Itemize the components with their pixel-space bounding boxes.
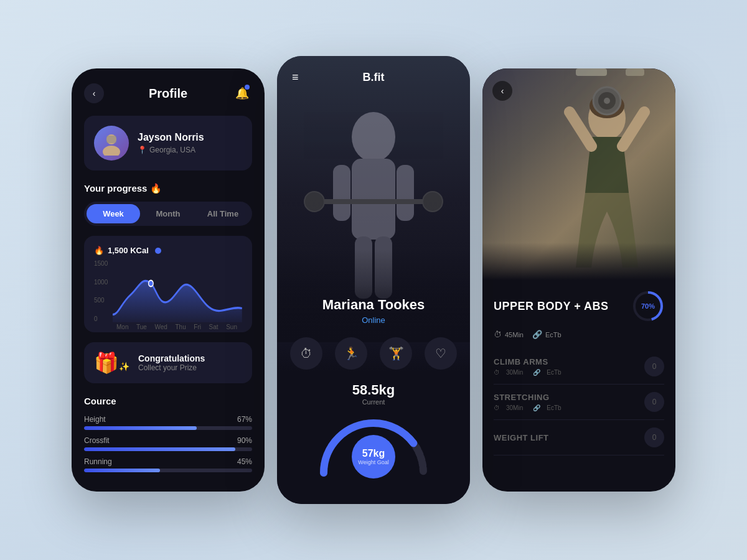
svg-point-19: [604, 98, 610, 104]
svg-rect-20: [576, 68, 607, 76]
profile-card: Jayson Norris 📍 Georgia, USA: [84, 116, 252, 170]
timer-meta-icon: ⏱: [494, 330, 502, 339]
svg-point-12: [423, 192, 443, 212]
weight-lift-count: 0: [644, 427, 664, 447]
svg-rect-2: [106, 136, 116, 143]
run-icon-btn[interactable]: 🏃: [335, 337, 367, 370]
progress-section: Your progress 🔥 Week Month All Time 🔥 1,…: [84, 183, 252, 332]
svg-point-1: [103, 146, 120, 156]
app-title: B.fit: [363, 71, 385, 84]
course-running: Running 45%: [84, 457, 252, 472]
gift-icon: 🎁✨: [94, 351, 129, 375]
svg-rect-21: [626, 68, 644, 76]
course-title: Cource: [84, 396, 252, 406]
notification-dot: [245, 85, 250, 90]
chart-svg: [113, 260, 242, 322]
goal-weight-label: Weight Goal: [358, 459, 388, 465]
chart-kcal-label: 🔥 1,500 KCal: [94, 246, 242, 255]
weight-goal-circle: 57kg Weight Goal: [352, 435, 395, 478]
ring-percentage: 70%: [641, 302, 655, 310]
right-back-btn[interactable]: ‹: [492, 81, 512, 101]
notification-button[interactable]: 🔔: [232, 83, 252, 103]
right-phone: ‹ UPPER BODY + ABS 70% ⏱ 45Min: [482, 68, 675, 492]
menu-icon[interactable]: ≡: [292, 71, 299, 84]
y-label-1500: 1500: [94, 260, 108, 267]
profile-location: 📍 Georgia, USA: [138, 146, 204, 154]
lift-icon-btn[interactable]: 🏋: [380, 337, 412, 370]
center-content: Mariana Tookes Online ⏱ 🏃 🏋 ♡ 58.5kg Cur…: [277, 284, 470, 504]
action-icons-row: ⏱ 🏃 🏋 ♡: [289, 337, 458, 370]
weight-display: 58.5kg Current: [289, 382, 458, 406]
exercise-climb-arms-name: CLIMB ARMS: [494, 357, 561, 366]
meta-type: 🔗 EcTb: [532, 330, 561, 339]
climb-timer-icon: ⏱: [494, 369, 500, 376]
svg-rect-7: [397, 165, 414, 221]
location-icon: 📍: [138, 146, 147, 154]
current-weight-label: Current: [289, 398, 458, 406]
right-content: UPPER BODY + ABS 70% ⏱ 45Min 🔗 EcTb: [482, 280, 675, 465]
tab-month[interactable]: Month: [141, 204, 195, 223]
y-label-0: 0: [94, 315, 108, 322]
svg-point-11: [304, 192, 324, 212]
workout-meta: ⏱ 45Min 🔗 EcTb: [494, 330, 664, 339]
tab-alltime[interactable]: All Time: [196, 204, 250, 223]
right-hero: ‹: [482, 68, 675, 280]
climb-link-icon: 🔗: [533, 369, 540, 376]
climb-arms-count: 0: [644, 357, 664, 376]
left-phone: ‹ Profile 🔔 Jayson Norris 📍 Georgia,: [72, 68, 265, 492]
y-label-500: 500: [94, 297, 108, 304]
goal-weight-value: 57kg: [362, 448, 385, 459]
trainer-status: Online: [289, 315, 458, 325]
progress-ring: 70%: [632, 290, 664, 322]
exercise-climb-arms[interactable]: CLIMB ARMS ⏱ 30Min 🔗 EcTb 0: [494, 349, 664, 385]
workout-title-row: UPPER BODY + ABS 70%: [494, 290, 664, 322]
tab-group: Week Month All Time: [84, 202, 252, 226]
phones-container: ‹ Profile 🔔 Jayson Norris 📍 Georgia,: [72, 56, 675, 504]
svg-line-15: [570, 112, 591, 146]
exercise-weight-lift-name: WEIGHT LIFT: [494, 433, 549, 442]
current-weight: 58.5kg: [289, 382, 458, 398]
svg-point-4: [352, 112, 395, 162]
course-section: Cource Height 67% Crossfit 90% Running 4…: [84, 396, 252, 472]
exercise-stretching[interactable]: STRETCHING ⏱ 30Min 🔗 EcTb 0: [494, 385, 664, 420]
stretch-link-icon: 🔗: [533, 404, 540, 411]
svg-line-16: [622, 112, 644, 146]
course-crossfit: Crossfit 90%: [84, 436, 252, 451]
progress-title: Your progress 🔥: [84, 183, 252, 194]
svg-point-3: [149, 281, 154, 287]
hero-bg: [482, 68, 675, 280]
trainer-name: Mariana Tookes: [289, 297, 458, 313]
chart-dot: [155, 248, 161, 254]
avatar: [94, 126, 129, 161]
course-height: Height 67%: [84, 415, 252, 430]
profile-info: Jayson Norris 📍 Georgia, USA: [138, 132, 204, 154]
workout-title: UPPER BODY + ABS: [494, 300, 609, 313]
flame-icon: 🔥: [94, 246, 104, 255]
heart-icon-btn[interactable]: ♡: [425, 337, 457, 370]
congrats-info: Congratulations Collect your Prize: [138, 353, 205, 372]
timer-icon-btn[interactable]: ⏱: [290, 337, 322, 370]
stretching-count: 0: [644, 392, 664, 412]
exercise-weight-lift[interactable]: WEIGHT LIFT 0: [494, 420, 664, 455]
profile-name: Jayson Norris: [138, 132, 204, 143]
page-title: Profile: [149, 86, 187, 101]
svg-rect-6: [333, 165, 350, 221]
exercise-stretching-meta: ⏱ 30Min 🔗 EcTb: [494, 404, 561, 411]
y-label-1000: 1000: [94, 279, 108, 286]
left-header: ‹ Profile 🔔: [84, 83, 252, 103]
back-button[interactable]: ‹: [84, 83, 104, 103]
congrats-subtitle: Collect your Prize: [138, 363, 205, 372]
exercise-climb-arms-meta: ⏱ 30Min 🔗 EcTb: [494, 369, 561, 376]
center-phone: ≡ B.fit Mariana Tookes Online ⏱ 🏃 🏋 ♡ 58…: [277, 56, 470, 504]
congrats-card[interactable]: 🎁✨ Congratulations Collect your Prize: [84, 342, 252, 383]
weight-arc: 57kg Weight Goal: [289, 411, 458, 485]
tab-week[interactable]: Week: [87, 204, 140, 223]
congrats-title: Congratulations: [138, 353, 205, 363]
center-header: ≡ B.fit: [277, 71, 470, 84]
chart-x-labels: Mon Tue Wed Thu Fri Sat Sun: [111, 324, 242, 330]
meta-duration: ⏱ 45Min: [494, 330, 524, 339]
svg-rect-10: [314, 199, 433, 204]
exercise-stretching-name: STRETCHING: [494, 393, 561, 402]
stretch-timer-icon: ⏱: [494, 404, 500, 411]
link-meta-icon: 🔗: [532, 330, 542, 339]
